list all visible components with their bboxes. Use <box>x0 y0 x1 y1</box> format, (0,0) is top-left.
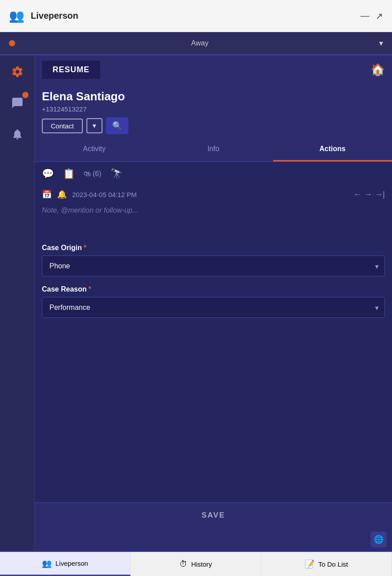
contact-name: Elena Santiago <box>42 90 385 103</box>
note-date: 2023-04-05 04:12 PM <box>72 191 348 198</box>
window-controls: — ↗ <box>360 11 383 21</box>
sidebar-item-chat[interactable] <box>8 94 27 112</box>
globe-button[interactable]: 🌐 <box>371 531 387 547</box>
liveperson-taskbar-label: Liveperson <box>55 560 88 567</box>
sidebar-item-notification[interactable] <box>8 125 27 144</box>
tabs: Activity Info Actions <box>35 138 392 162</box>
check-badge: (6) <box>93 170 102 178</box>
list-icon[interactable]: 📋 <box>63 168 75 180</box>
nav-forward-button[interactable]: → <box>364 190 372 199</box>
case-origin-select[interactable]: Phone Email Web Chat <box>42 255 385 276</box>
case-reason-select[interactable]: Performance Billing Technical Issue Gene… <box>42 297 385 318</box>
todo-taskbar-label: To Do List <box>318 560 348 568</box>
note-icon[interactable]: 💬 <box>42 168 54 180</box>
history-taskbar-icon: ⏱ <box>180 560 188 569</box>
tab-actions[interactable]: Actions <box>273 138 392 161</box>
note-navigation: ← → →| <box>353 190 385 199</box>
minimize-button[interactable]: — <box>360 11 369 21</box>
status-indicator <box>9 40 15 46</box>
note-input[interactable]: Note, @mention or follow-up... <box>42 203 385 230</box>
history-taskbar-label: History <box>191 560 212 568</box>
todo-taskbar-icon: 📝 <box>305 559 314 569</box>
form-area: Case Origin * Phone Email Web Chat Case … <box>35 235 392 502</box>
save-button[interactable]: SAVE <box>42 511 385 520</box>
status-text: Away <box>20 39 379 47</box>
calendar-icon[interactable]: 📅 <box>42 189 52 199</box>
case-origin-label: Case Origin * <box>42 244 385 252</box>
contact-actions: Contact ▾ 🔍 <box>42 117 385 134</box>
globe-area: 🌐 <box>35 528 392 551</box>
contact-dropdown-button[interactable]: ▾ <box>86 118 102 133</box>
sidebar <box>0 55 35 551</box>
app-icon: 👥 <box>9 8 24 23</box>
bell-icon[interactable]: 🔔 <box>57 189 67 199</box>
case-reason-wrapper: Performance Billing Technical Issue Gene… <box>42 297 385 318</box>
content-area: RESUME 🏠 Elena Santiago +13124513227 Con… <box>35 55 392 551</box>
tab-activity[interactable]: Activity <box>35 138 154 161</box>
taskbar-todo[interactable]: 📝 To Do List <box>261 552 392 576</box>
expand-button[interactable]: ↗ <box>376 11 383 21</box>
chat-notification-badge <box>22 92 29 98</box>
status-bar[interactable]: Away ▾ <box>0 32 392 55</box>
case-origin-required: * <box>84 244 86 252</box>
chat-icon <box>11 97 24 109</box>
save-area: SAVE <box>35 502 392 528</box>
case-reason-required: * <box>89 285 91 293</box>
contact-button[interactable]: Contact <box>42 119 83 133</box>
taskbar-history[interactable]: ⏱ History <box>131 552 261 576</box>
contact-search-button[interactable]: 🔍 <box>106 117 128 134</box>
resume-bar: RESUME 🏠 <box>35 55 392 84</box>
note-toolbar: 📅 🔔 2023-04-05 04:12 PM ← → →| <box>42 189 385 199</box>
action-icons-row: 💬 📋 🛍 (6) 🔭 <box>35 162 392 186</box>
app-title: Liveperson <box>31 11 360 21</box>
tab-info[interactable]: Info <box>154 138 273 161</box>
globe-icon: 🌐 <box>374 535 384 544</box>
nav-last-button[interactable]: →| <box>375 190 385 199</box>
taskbar-liveperson[interactable]: 👥 Liveperson <box>0 552 131 576</box>
note-area: 📅 🔔 2023-04-05 04:12 PM ← → →| Note, @me… <box>35 186 392 235</box>
contact-header: Elena Santiago +13124513227 Contact ▾ 🔍 <box>35 84 392 138</box>
status-chevron-icon[interactable]: ▾ <box>379 38 383 48</box>
taskbar: 👥 Liveperson ⏱ History 📝 To Do List <box>0 551 392 576</box>
nav-back-button[interactable]: ← <box>353 190 361 199</box>
resume-button[interactable]: RESUME <box>42 61 100 79</box>
case-reason-label: Case Reason * <box>42 285 385 293</box>
liveperson-taskbar-icon: 👥 <box>42 559 52 568</box>
home-icon[interactable]: 🏠 <box>371 63 385 77</box>
check-icon: 🛍 <box>84 170 91 178</box>
binoculars-icon[interactable]: 🔭 <box>110 168 122 180</box>
contact-phone: +13124513227 <box>42 105 385 113</box>
main-layout: RESUME 🏠 Elena Santiago +13124513227 Con… <box>0 55 392 551</box>
notification-icon <box>11 128 24 140</box>
sidebar-item-settings[interactable] <box>8 62 27 81</box>
title-bar: 👥 Liveperson — ↗ <box>0 0 392 32</box>
settings-icon <box>11 66 24 78</box>
case-origin-wrapper: Phone Email Web Chat <box>42 255 385 276</box>
check-icon-with-badge[interactable]: 🛍 (6) <box>84 170 102 178</box>
